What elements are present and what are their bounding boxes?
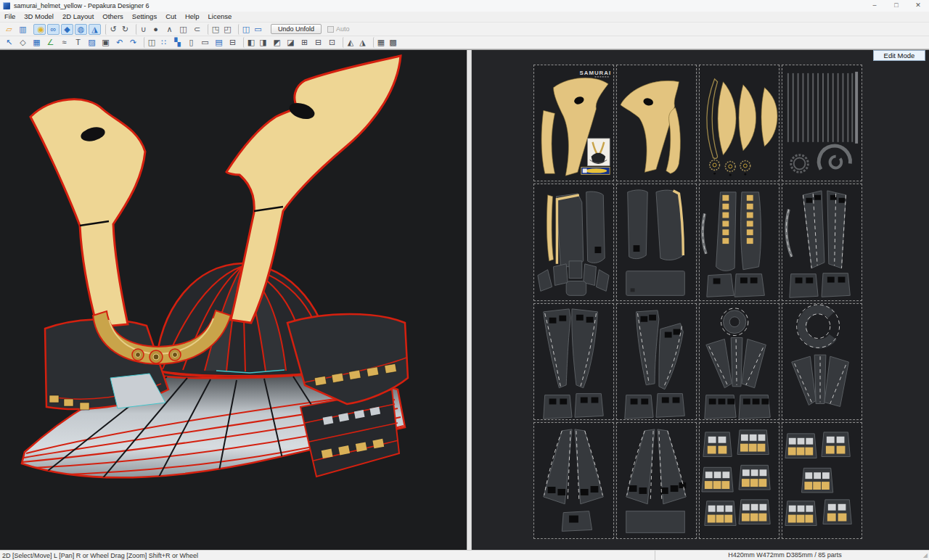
align-left-icon[interactable]: ◧ [243,37,255,48]
spread-view-icon[interactable]: ◫ [144,37,156,48]
menu-item[interactable]: 2D Layout [58,12,98,22]
pattern-piece[interactable] [790,274,818,298]
helmet-crest-right[interactable] [226,56,401,323]
pattern-piece[interactable] [538,270,552,292]
pattern-piece[interactable] [626,511,685,532]
pattern-page-1[interactable]: SAMURAI [533,65,614,181]
pattern-piece[interactable] [739,465,770,490]
select-move-icon[interactable]: ↖ [3,37,15,48]
shaded-view-icon[interactable]: ● [150,24,162,35]
pattern-piece[interactable] [822,273,850,297]
pattern-piece[interactable] [707,274,734,297]
menu-item[interactable]: Others [98,12,128,22]
curve-tool-icon[interactable]: ≈ [58,37,70,48]
pattern-piece[interactable] [742,339,766,387]
rotate-part-ccw-icon[interactable]: ◭ [343,37,355,48]
stamp-grid-icon[interactable]: ▦ [30,37,43,48]
auto-checkbox-box[interactable] [327,26,334,33]
menu-item[interactable]: Help [181,12,204,22]
pattern-piece[interactable] [734,274,764,297]
resize-grip[interactable]: ◢ [914,552,929,559]
pattern-page-6[interactable] [616,184,697,300]
pattern-page-14[interactable] [616,422,697,539]
pattern-page-16[interactable] [782,422,862,539]
menu-item[interactable]: License [203,12,236,22]
pattern-piece[interactable] [707,79,718,159]
pattern-page-15[interactable] [699,422,779,539]
pattern-piece[interactable] [739,85,756,151]
texture-link-icon[interactable]: ∞ [47,24,60,35]
polygon-select-icon[interactable]: ◇ [17,37,29,48]
pattern-piece[interactable] [703,432,732,457]
print-preview-icon[interactable]: ▤ [213,37,225,48]
pattern-piece[interactable] [628,190,648,259]
image-tool-icon[interactable]: ▨ [86,37,98,48]
pattern-piece[interactable] [658,429,686,504]
dual-pane-icon[interactable]: ◫ [238,24,250,35]
single-pane-icon[interactable]: ▭ [252,24,264,35]
pattern-piece[interactable] [792,356,816,405]
pattern-piece[interactable] [803,191,824,268]
print-icon[interactable]: ⊟ [226,37,239,48]
pattern-piece[interactable] [544,429,572,504]
pattern-piece[interactable] [554,264,568,286]
pattern-piece[interactable] [566,281,586,296]
pattern-piece[interactable] [824,356,848,406]
pattern-page-13[interactable] [533,422,614,539]
pattern-piece[interactable] [706,339,732,387]
pattern-piece[interactable] [725,162,735,176]
undo-icon[interactable]: ↶ [113,37,126,48]
solid-view-icon[interactable]: ◆ [61,24,73,35]
edit-mode-button[interactable]: Edit Mode [873,50,925,61]
pages-view-icon[interactable]: ◫ [177,24,189,35]
align-right-icon[interactable]: ◨ [257,37,269,48]
rotate-right-icon[interactable]: ↻ [119,24,131,35]
page-portrait-icon[interactable]: ▯ [185,37,197,48]
pattern-piece[interactable] [741,192,761,270]
model-pose-icon[interactable]: ∧ [163,24,176,35]
pattern-piece[interactable] [575,393,603,417]
pattern-piece[interactable] [797,304,840,347]
pattern-piece[interactable] [823,500,851,524]
pattern-piece[interactable] [802,468,833,493]
pattern-piece[interactable] [596,270,609,292]
pattern-piece[interactable] [544,395,572,419]
flip-normals-icon[interactable]: ◮ [89,24,101,35]
save-icon[interactable]: ▥ [17,24,29,35]
text-tool-icon[interactable]: T [72,37,84,48]
pattern-piece[interactable] [785,434,817,458]
open-folder-icon[interactable]: ▱ [3,24,15,35]
pattern-page-2[interactable] [616,65,697,181]
pattern-page-10[interactable] [616,303,697,420]
pattern-piece[interactable] [702,467,733,492]
scatter-parts-icon[interactable]: ∷ [157,37,170,48]
pattern-page-7[interactable] [699,184,779,300]
pattern-piece[interactable] [716,192,737,271]
pattern-piece[interactable] [822,432,850,457]
wireframe-view-icon[interactable]: ◍ [75,24,87,35]
auto-checkbox[interactable]: Auto [327,25,350,33]
pattern-piece[interactable] [586,192,605,263]
maximize-button[interactable]: □ [885,0,907,12]
pattern-piece[interactable] [541,110,554,173]
center-page-icon[interactable]: ⊡ [326,37,338,48]
rotate-left-icon[interactable]: ↺ [105,24,118,35]
pattern-piece[interactable] [705,395,736,419]
pattern-piece[interactable] [637,310,659,384]
light-toggle-icon[interactable]: ◉ [33,24,46,35]
undo-unfold-button[interactable]: Undo Unfold [271,24,322,34]
pattern-piece[interactable] [819,146,850,169]
pattern-piece[interactable] [556,194,583,267]
pattern-piece[interactable] [626,429,655,504]
pattern-piece[interactable] [626,271,685,296]
distribute-v-icon[interactable]: ⊟ [312,37,324,48]
pattern-piece[interactable] [740,161,750,176]
helmet-crest-left[interactable] [30,99,145,327]
page-landscape-icon[interactable]: ▭ [199,37,211,48]
select-all-parts-icon[interactable]: ▦ [373,37,385,48]
pattern-piece[interactable] [569,261,582,279]
pattern-piece[interactable] [659,323,683,389]
pattern-page-8[interactable] [782,184,862,300]
pattern-piece[interactable] [739,500,770,524]
pattern-page-12[interactable] [782,303,862,420]
